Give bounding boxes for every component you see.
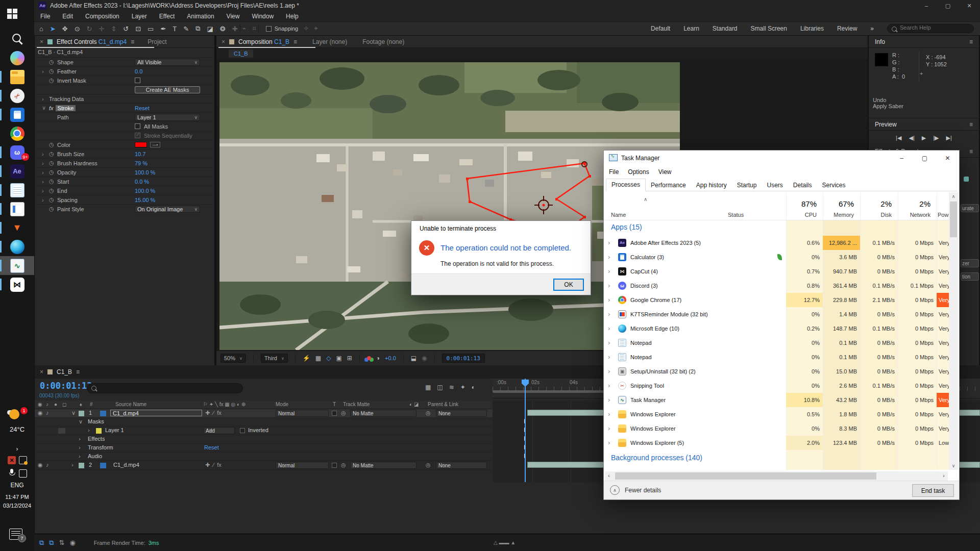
stroke-sequentially-checkbox[interactable] [135, 133, 140, 138]
task-row[interactable]: › Notepad 0% 0.1 MB 0 MB/s 0 Mbps Very [605, 336, 950, 350]
calculator[interactable] [0, 105, 34, 124]
t-column[interactable]: T [333, 402, 336, 407]
expand-chevron-icon[interactable]: › [608, 279, 610, 293]
minimize-button[interactable]: – [916, 0, 937, 11]
effect-row-paint-style[interactable]: ◷ Paint Style On Original Image∨ [35, 204, 214, 213]
rectangle-tool[interactable]: ▭ [148, 25, 154, 33]
playhead-line[interactable] [525, 379, 526, 482]
fewer-details-toggle[interactable]: ∧ Fewer details [610, 485, 661, 495]
expand-chevron-icon[interactable]: › [608, 293, 610, 307]
parent-dropdown[interactable]: None∨ [436, 462, 487, 469]
stopwatch-icon[interactable]: ◷ [49, 169, 55, 176]
puppet-pin-tool[interactable]: ✚ [232, 25, 238, 33]
expand-chevron-icon[interactable]: › [608, 350, 610, 364]
mask-mode-dropdown[interactable]: Add∨ [203, 427, 235, 434]
track-matte-dropdown[interactable]: No Matte∨ [350, 462, 416, 469]
end-value[interactable]: 100.0 % [135, 188, 155, 194]
tm-tab[interactable]: Users [762, 180, 788, 191]
twirl-icon[interactable]: › [42, 169, 47, 176]
close-panel-icon[interactable]: × [40, 38, 43, 45]
eraser-tool[interactable]: ◪ [207, 25, 213, 33]
minimize-button[interactable]: – [890, 151, 913, 166]
paint-style-dropdown[interactable]: On Original Image∨ [135, 206, 200, 213]
stopwatch-icon[interactable]: ◷ [49, 151, 55, 157]
effect-row-opacity[interactable]: › ◷ Opacity 100.0 % [35, 167, 214, 177]
exposure-icon[interactable]: ◑ [376, 355, 380, 362]
label-icon[interactable]: ⬧ [80, 402, 82, 408]
snipping-tool[interactable] [0, 86, 34, 105]
menu-item[interactable]: View [227, 13, 240, 20]
after-effects[interactable] [0, 162, 34, 181]
tm-tab[interactable]: Services [817, 180, 851, 191]
all-masks-checkbox[interactable] [135, 123, 140, 129]
scroll-thumb[interactable] [615, 472, 876, 480]
menu-item[interactable]: Animation [187, 13, 214, 20]
stopwatch-icon[interactable]: ◷ [49, 187, 55, 194]
tm-menu-item[interactable]: View [658, 168, 672, 176]
twirl-icon[interactable]: › [42, 151, 47, 157]
twirl-icon[interactable]: › [71, 462, 74, 468]
hide-shy-icon[interactable]: ≋ [449, 384, 454, 391]
brush-size-value[interactable]: 10.7 [135, 151, 145, 157]
hand-tool[interactable]: ✥ [62, 25, 68, 33]
blend-mode-dropdown[interactable]: Normal∨ [276, 462, 329, 469]
channel-icon[interactable] [367, 356, 371, 360]
twirl-icon[interactable]: ∨ [79, 418, 83, 425]
rotation-tool[interactable]: ↺ [123, 25, 129, 33]
workspace-tab[interactable]: Standard [713, 25, 738, 32]
timeline-zoom-control[interactable]: △ ▬▬ ▲ [494, 540, 516, 545]
workspace-tab[interactable]: Review [837, 25, 857, 32]
effect-row-shape[interactable]: ◷ Shape All Visible∨ [35, 57, 214, 66]
panel-menu-icon[interactable]: ≡ [969, 38, 973, 45]
adaptive-resolution-icon[interactable]: ⧉ [49, 539, 54, 547]
fast-preview-icon[interactable]: ⚡ [303, 355, 310, 362]
task-row[interactable]: › CapCut (4) 0.7% 940.7 MB 0 MB/s 0 Mbps… [605, 264, 950, 279]
expand-chevron-icon[interactable]: › [608, 407, 610, 421]
timeline-search-input[interactable] [101, 384, 233, 392]
effect-row-color[interactable]: ◷ Color —• [35, 140, 214, 149]
effect-row-all-masks[interactable]: All Masks [35, 121, 214, 131]
solo-icon[interactable]: ● [54, 402, 57, 407]
twirl-icon[interactable]: › [42, 188, 47, 194]
twirl-icon[interactable]: › [79, 453, 81, 459]
create-ae-masks-button[interactable]: Create AE Masks [135, 86, 200, 93]
panel-menu-icon[interactable]: ≡ [131, 38, 134, 45]
menu-item[interactable]: File [40, 13, 50, 20]
eyedropper-icon[interactable]: —• [150, 142, 160, 147]
menu-item[interactable]: Composition [85, 13, 119, 20]
expand-chevron-icon[interactable]: › [608, 321, 610, 336]
system-info[interactable] [0, 199, 34, 218]
status-column-header[interactable]: Status [728, 212, 744, 218]
tm-menu-item[interactable]: File [609, 168, 619, 176]
menu-item[interactable]: Edit [62, 13, 73, 20]
effect-controls-tab[interactable]: Effect Controls C1_d.mp4 [57, 38, 127, 45]
workspace-tab[interactable]: Learn [683, 25, 699, 32]
roto-brush-tool[interactable]: ❂ [220, 25, 226, 33]
file-explorer[interactable] [0, 67, 34, 86]
stroke-effect-label[interactable]: Stroke [56, 105, 76, 111]
transparency-grid-icon[interactable]: ▦ [315, 355, 321, 362]
scroll-left-arrow[interactable]: ‹ [605, 471, 613, 481]
effect-row-brush-size[interactable]: › ◷ Brush Size 10.7 [35, 149, 214, 158]
next-frame-icon[interactable]: |▶ [933, 135, 939, 141]
stroke-reset-link[interactable]: Reset [135, 105, 150, 111]
resolution-dropdown[interactable]: Third∨ [261, 354, 288, 363]
task-row[interactable]: › K7TSReminder Module (32 bit) 0% 1.4 MB… [605, 307, 950, 321]
horizontal-scrollbar[interactable]: ‹ › [605, 471, 948, 481]
effect-row-start[interactable]: › ◷ Start 0.0 % [35, 177, 214, 186]
task-row[interactable]: › Notepad 0% 0.1 MB 0 MB/s 0 Mbps Very [605, 350, 950, 364]
magnification-dropdown[interactable]: 50%∨ [220, 354, 246, 363]
sort-indicator-icon[interactable]: ∧ [644, 196, 647, 202]
mask-visibility-chip[interactable] [58, 428, 65, 435]
last-frame-icon[interactable]: ▶| [946, 135, 952, 141]
task-row[interactable]: › Windows Explorer 0.5% 1.8 MB 0 MB/s 0 … [605, 407, 950, 421]
viewer-tab-c1b[interactable]: C1_B [229, 49, 253, 58]
stopwatch-icon[interactable]: ◷ [49, 206, 55, 212]
start-value[interactable]: 0.0 % [135, 179, 149, 185]
microphone-tray-icon[interactable] [8, 468, 16, 477]
tm-tab[interactable]: Startup [732, 180, 762, 191]
axis-mode-icon[interactable]: ⌁ [242, 24, 247, 33]
twirl-icon[interactable]: ∨ [71, 410, 76, 416]
layer-color-chip[interactable] [79, 411, 84, 416]
stopwatch-icon[interactable]: ◷ [49, 68, 55, 74]
